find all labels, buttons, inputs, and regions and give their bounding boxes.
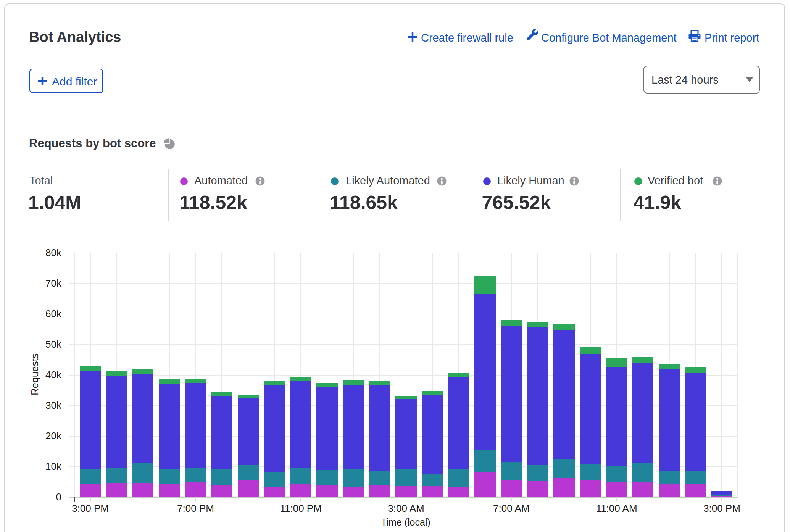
svg-text:3:00 PM: 3:00 PM — [703, 503, 740, 514]
svg-text:60k: 60k — [45, 308, 62, 319]
svg-text:7:00 PM: 7:00 PM — [177, 503, 214, 514]
svg-text:7:00 AM: 7:00 AM — [493, 503, 529, 514]
svg-text:50k: 50k — [45, 339, 62, 350]
svg-text:80k: 80k — [45, 247, 62, 258]
svg-text:70k: 70k — [45, 277, 62, 289]
svg-text:10k: 10k — [45, 461, 62, 472]
svg-text:Requests: Requests — [29, 353, 40, 395]
svg-text:11:00 PM: 11:00 PM — [280, 503, 322, 514]
svg-text:Time (local): Time (local) — [381, 517, 430, 527]
svg-text:3:00 AM: 3:00 AM — [388, 503, 424, 514]
svg-text:30k: 30k — [45, 400, 62, 411]
svg-text:40k: 40k — [45, 369, 62, 380]
svg-text:3:00 PM: 3:00 PM — [72, 503, 109, 514]
svg-text:0: 0 — [56, 491, 61, 503]
svg-text:11:00 AM: 11:00 AM — [596, 503, 637, 514]
svg-text:20k: 20k — [45, 430, 62, 442]
